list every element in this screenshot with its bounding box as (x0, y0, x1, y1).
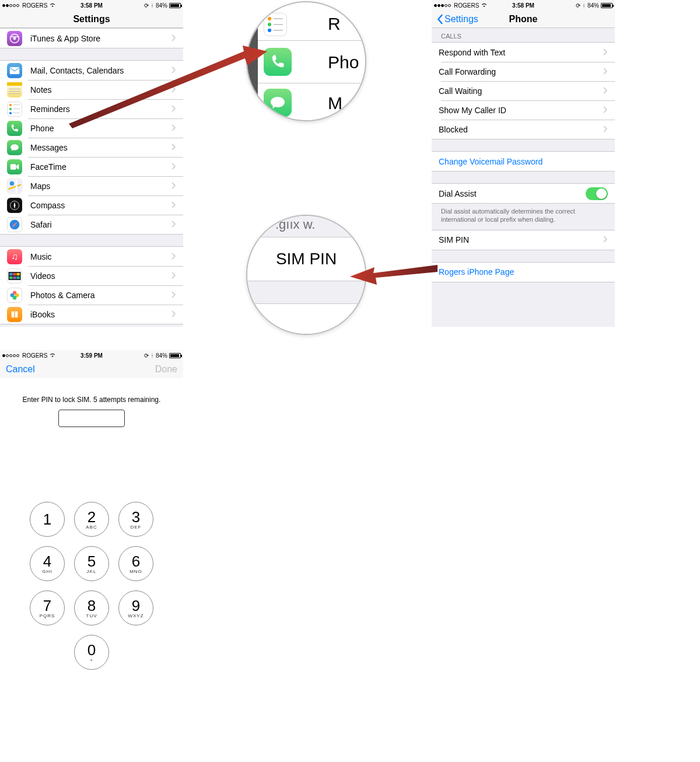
svg-rect-12 (17, 272, 20, 275)
svg-rect-1 (11, 36, 18, 37)
phone-settings-screen: ROGERS 3:58 PM ⟳ ᚼ 84% Settings Phone CA… (432, 0, 615, 327)
dial-assist-toggle[interactable] (586, 187, 608, 200)
settings-row-ibooks[interactable]: iBooks (0, 305, 183, 324)
phone-row-forwarding[interactable]: Call Forwarding (432, 62, 615, 81)
svg-rect-15 (17, 276, 20, 278)
key-number: 2 (88, 509, 96, 525)
key-letters: JKL (87, 569, 97, 574)
maps-icon (7, 179, 22, 194)
done-button[interactable]: Done (155, 364, 177, 375)
keypad-2[interactable]: 2ABC (74, 502, 109, 537)
settings-row-maps[interactable]: Maps (0, 176, 183, 195)
videos-icon (7, 268, 22, 284)
row-label: Show My Caller ID (439, 106, 603, 115)
phone-row-waiting[interactable]: Call Waiting (432, 81, 615, 100)
row-label: Rogers iPhone Page (439, 267, 608, 277)
chevron-right-icon (172, 252, 176, 261)
back-button[interactable]: Settings (436, 14, 478, 25)
chevron-right-icon (172, 181, 176, 191)
keypad-0[interactable]: 0+ (74, 635, 109, 670)
key-number: 0 (88, 642, 96, 658)
svg-rect-11 (13, 272, 16, 275)
row-label: Messages (30, 143, 172, 152)
svg-point-2 (13, 37, 16, 40)
chevron-right-icon (172, 162, 176, 172)
mag-text: R (328, 14, 341, 34)
page-title: Phone (509, 14, 538, 25)
svg-marker-20 (69, 46, 267, 128)
row-label: Music (30, 252, 172, 261)
clock-label: 3:58 PM (432, 2, 615, 9)
nav-bar: Settings (0, 11, 183, 28)
row-label: Maps (30, 181, 172, 191)
dial-assist-row[interactable]: Dial Assist (432, 184, 615, 203)
svg-point-6 (10, 181, 14, 185)
chevron-right-icon (172, 291, 176, 300)
clock-label: 3:59 PM (0, 352, 183, 359)
rogers-iphone-page-row[interactable]: Rogers iPhone Page (432, 263, 615, 282)
chevron-right-icon (172, 271, 176, 281)
arrow-to-phone (69, 41, 267, 134)
key-number: 8 (88, 598, 96, 613)
status-bar: ROGERS 3:59 PM ⟳ ᚼ 84% (0, 350, 183, 361)
music-icon: ♫ (7, 249, 22, 264)
arrow-to-simpin (350, 257, 438, 286)
keypad-5[interactable]: 5JKL (74, 546, 109, 581)
mag-text: SIM PIN (276, 250, 337, 268)
sim-pin-entry-screen: ROGERS 3:59 PM ⟳ ᚼ 84% Cancel Done Enter… (0, 350, 183, 677)
keypad-7[interactable]: 7PQRS (30, 590, 65, 625)
settings-row-messages[interactable]: Messages (0, 138, 183, 157)
settings-row-compass[interactable]: Compass (0, 195, 183, 215)
svg-rect-3 (10, 67, 20, 74)
clock-label: 3:58 PM (0, 2, 183, 9)
pin-input[interactable] (58, 410, 125, 427)
battery-icon (169, 3, 181, 8)
svg-rect-10 (9, 272, 12, 275)
row-label: iBooks (30, 310, 172, 319)
app-store-icon (7, 31, 22, 46)
calls-header: CALLS (432, 28, 615, 42)
row-label: Blocked (439, 125, 603, 134)
cancel-button[interactable]: Cancel (6, 364, 35, 375)
key-number: 9 (132, 598, 140, 613)
status-bar: ROGERS 3:58 PM ⟳ ᚼ 84% (0, 0, 183, 11)
safari-icon (7, 217, 22, 232)
settings-row-music[interactable]: ♫Music (0, 247, 183, 266)
svg-marker-21 (350, 265, 438, 285)
keypad-6[interactable]: 6MNO (118, 546, 153, 581)
key-letters: TUV (86, 613, 97, 618)
change-voicemail-password-row[interactable]: Change Voicemail Password (432, 152, 615, 171)
key-letters: PQRS (40, 613, 55, 618)
phone-row-blocked[interactable]: Blocked (432, 120, 615, 139)
key-letters: + (90, 658, 93, 663)
settings-row-facetime[interactable]: FaceTime (0, 157, 183, 176)
settings-row-videos[interactable]: Videos (0, 266, 183, 285)
chevron-right-icon (172, 220, 176, 229)
keypad-8[interactable]: 8TUV (74, 590, 109, 625)
keypad-1[interactable]: 1 (30, 502, 65, 537)
keypad-9[interactable]: 9WXYZ (118, 590, 153, 625)
chevron-right-icon (172, 310, 176, 319)
phone-row-respond[interactable]: Respond with Text (432, 43, 615, 62)
mag-text: .gııx w. (275, 217, 315, 232)
ibooks-icon (7, 307, 22, 322)
keypad-4[interactable]: 4GHI (30, 546, 65, 581)
sim-pin-row[interactable]: SIM PIN (432, 230, 615, 250)
numeric-keypad: 12ABC3DEF4GHI5JKL6MNO7PQRS8TUV9WXYZ0+ (0, 502, 183, 681)
keypad-3[interactable]: 3DEF (118, 502, 153, 537)
messages-icon (264, 89, 292, 117)
page-title: Settings (73, 14, 110, 25)
phone-row-callerid[interactable]: Show My Caller ID (432, 100, 615, 120)
dial-assist-description: Dial assist automatically determines the… (432, 204, 615, 230)
row-label: Change Voicemail Password (439, 157, 608, 166)
row-label: Dial Assist (439, 189, 586, 198)
magnifier-simpin: .gııx w. SIM PIN (246, 215, 366, 335)
nav-bar: Cancel Done (0, 361, 183, 378)
key-number: 3 (132, 509, 140, 525)
phone-icon (7, 121, 22, 136)
settings-row-photos[interactable]: Photos & Camera (0, 285, 183, 305)
reminders-icon (7, 102, 22, 117)
chevron-right-icon (603, 67, 608, 76)
settings-row-safari[interactable]: Safari (0, 215, 183, 234)
messages-icon (7, 140, 22, 155)
